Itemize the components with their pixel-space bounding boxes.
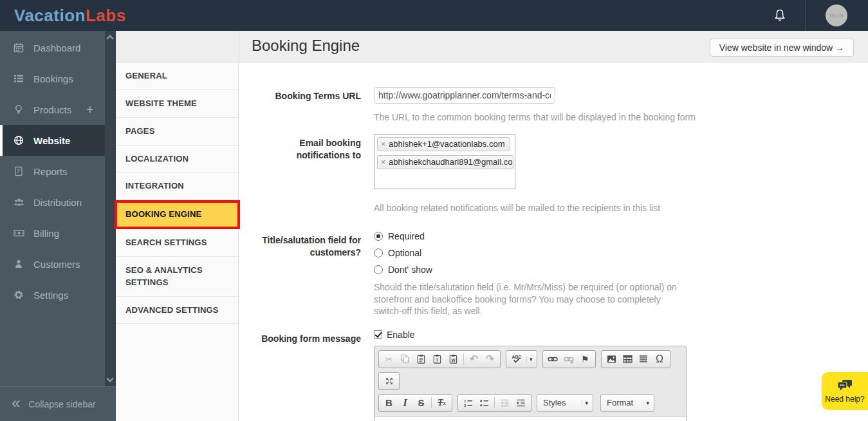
app: { "header": { "brand_blue": "Vacation", … [0,0,868,421]
anchor-icon[interactable]: ⚑ [577,352,593,366]
radio-option-optional[interactable]: Optional [374,248,868,258]
remove-format-x: x [443,400,447,406]
scroll-down-icon[interactable] [106,375,113,382]
copy-icon[interactable] [397,352,413,366]
bell-icon [773,8,787,23]
sidebar-item-bookings[interactable]: Bookings [0,63,105,94]
sidebar-item-label: Billing [33,228,59,239]
collapse-sidebar-button[interactable]: « Collapse sidebar [0,386,116,421]
format-dropdown-label: Format [607,398,638,407]
image-icon[interactable] [604,352,620,366]
booking-terms-url-input[interactable] [374,87,555,104]
view-website-button[interactable]: View website in new window → [710,39,854,57]
redo-icon[interactable]: ↷ [482,352,498,366]
remove-format-T: T [438,398,443,408]
brand-part-labs: Labs [86,6,126,25]
sidebar-item-products[interactable]: Products + [0,94,105,125]
sidebar-item-distribution[interactable]: Distribution [0,187,105,218]
radio-button-dont-show[interactable] [374,265,383,274]
paste-from-word-icon[interactable]: W [445,352,461,366]
subnav-item-search-settings[interactable]: SEARCH SETTINGS [116,229,238,257]
users-icon [13,197,24,207]
horizontal-rule-icon[interactable] [636,352,652,366]
maximize-icon[interactable] [381,374,397,388]
remove-tag-icon[interactable]: × [381,158,385,167]
special-character-icon[interactable]: Ω [652,352,668,366]
toolbar-separator [463,353,464,364]
email-notifications-row: Email booking notifications to × abhishe… [252,134,868,214]
enable-checkbox[interactable] [374,330,382,339]
increase-indent-icon[interactable] [513,396,529,410]
editor-content-area[interactable]: Selecteer een vertrekdatum om de prijs t… [374,416,686,421]
radio-button-optional[interactable] [374,248,383,257]
scroll-up-icon[interactable] [106,35,113,42]
avatar[interactable]: 30 x 30 [826,5,847,26]
sidebar-item-label: Bookings [33,73,73,84]
paste-icon[interactable] [413,352,429,366]
remove-tag-icon[interactable]: × [381,140,385,149]
header-divider [805,0,806,31]
table-icon[interactable] [620,352,636,366]
sidebar-item-customers[interactable]: Customers [0,248,105,279]
spellcheck-caret-icon[interactable]: ▾ [526,356,535,362]
italic-icon[interactable]: I [397,396,413,410]
sidebar-item-dashboard[interactable]: Dashboard [0,32,105,63]
radio-option-required[interactable]: Required [374,231,868,241]
format-group: B I S Tx [378,394,452,412]
email-notifications-help: All booking related notifications will b… [374,202,868,214]
need-help-button[interactable]: Need help? [822,372,868,410]
paste-plain-text-icon[interactable]: T [429,352,445,366]
chat-bubbles-icon [836,379,853,393]
sidebar-item-settings[interactable]: Settings [0,279,105,310]
sidebar-item-label: Dashboard [33,42,80,53]
sidebar-item-website[interactable]: Website [0,125,105,156]
format-caret-icon: ▾ [643,400,651,406]
email-tag: × abhishek+1@vacationlabs.com [377,137,510,151]
subnav-item-localization[interactable]: LOCALIZATION [116,145,238,173]
subnav-item-integration[interactable]: INTEGRATION [116,173,238,200]
enable-label: Enable [387,330,415,340]
strikethrough-icon[interactable]: S [413,396,429,410]
booking-engine-form: Booking Terms URL The URL to the common … [239,62,868,421]
sidebar: Dashboard Bookings Products + Website Re… [0,31,105,386]
title-salutation-help: Should the title/salutation field (i.e. … [374,281,684,317]
radio-label: Required [388,231,425,241]
subnav-item-website-theme[interactable]: WEBSITE THEME [116,90,238,118]
title-salutation-row: Title/salutation field for customers? Re… [252,231,868,317]
notifications-button[interactable] [773,8,787,23]
email-tag: × abhishekchaudhari891@gmail.com [377,155,513,169]
cut-icon[interactable]: ✂ [381,352,397,366]
spell-check-icon[interactable]: ABC [508,352,525,366]
avatar-placeholder-text: 30 x 30 [829,14,844,18]
subnav-item-pages[interactable]: PAGES [116,118,238,145]
subnav-item-seo-analytics-settings[interactable]: SEO & ANALYTICS SETTINGS [116,257,238,297]
unlink-icon[interactable] [561,352,577,366]
bold-icon[interactable]: B [381,396,397,410]
remove-format-icon[interactable]: Tx [434,396,450,410]
globe-icon [13,135,24,145]
sidebar-item-reports[interactable]: Reports [0,156,105,187]
styles-dropdown[interactable]: Styles ▾ [537,394,593,412]
add-product-icon[interactable]: + [86,103,93,117]
sidebar-item-billing[interactable]: Billing [0,218,105,248]
subnav-item-advanced-settings[interactable]: ADVANCED SETTINGS [116,297,238,324]
email-tags-input[interactable]: × abhishek+1@vacationlabs.com × abhishek… [374,134,515,189]
brand-logo[interactable]: VacationLabs [14,6,126,26]
format-dropdown[interactable]: Format ▾ [600,394,654,412]
bulleted-list-icon[interactable] [476,396,492,410]
decrease-indent-icon[interactable] [497,396,513,410]
subnav-item-general[interactable]: GENERAL [116,62,238,90]
svg-text:1: 1 [464,399,466,403]
band-divider [239,31,239,62]
booking-form-message-label: Booking form message [252,330,361,421]
numbered-list-icon[interactable]: 12 [460,396,476,410]
clipboard-group: ✂ T W ↶ ↷ [378,350,501,368]
radio-label: Dont' show [388,265,432,275]
enable-checkbox-row[interactable]: Enable [374,330,868,340]
radio-option-dont-show[interactable]: Dont' show [374,265,868,275]
link-icon[interactable] [545,352,561,366]
radio-button-required[interactable] [374,232,383,241]
undo-icon[interactable]: ↶ [466,352,482,366]
maximize-group [378,372,400,390]
subnav-item-booking-engine[interactable]: BOOKING ENGINE [115,200,240,229]
